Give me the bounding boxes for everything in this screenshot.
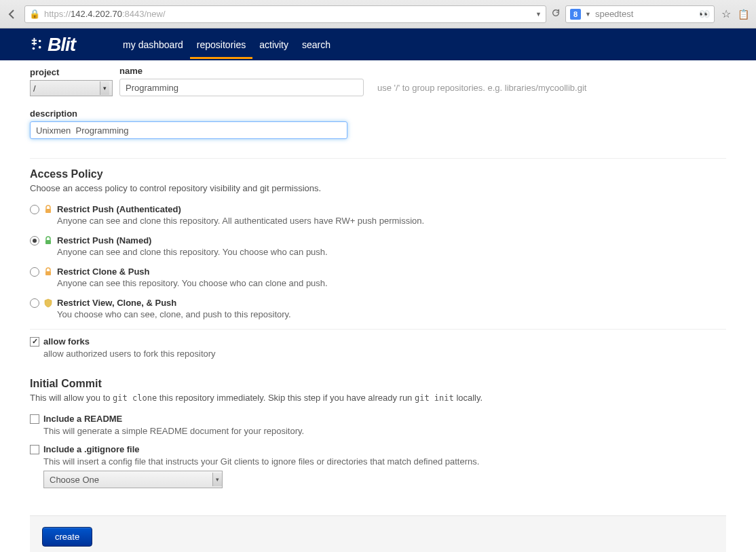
include-gitignore-desc: This will insert a config file that inst…	[43, 456, 726, 467]
access-option-3-label: Restrict View, Clone, & Push	[57, 298, 176, 308]
description-label: description	[30, 109, 347, 119]
url-dropdown-icon[interactable]: ▼	[535, 11, 542, 18]
url-text: https://142.4.202.70:8443/new/	[44, 9, 531, 19]
create-button[interactable]: create	[42, 527, 92, 547]
include-readme-row[interactable]: Include a README	[30, 414, 726, 424]
include-readme-checkbox[interactable]	[30, 414, 39, 424]
access-option-3[interactable]: Restrict View, Clone, & Push	[30, 298, 726, 308]
arrow-left-icon	[7, 9, 18, 20]
initial-commit-title: Initial Commit	[30, 378, 726, 390]
lock-green-icon	[43, 236, 53, 245]
project-select[interactable]: / ▾	[30, 80, 113, 96]
google-icon: 8	[570, 9, 581, 20]
allow-forks-row[interactable]: allow forks	[30, 336, 726, 347]
nav-activity[interactable]: activity	[252, 30, 295, 59]
search-engine-dropdown-icon[interactable]: ▼	[585, 11, 591, 18]
lock-orange-icon	[43, 267, 53, 277]
include-gitignore-row[interactable]: Include a .gitignore file	[30, 444, 726, 454]
svg-point-3	[39, 39, 41, 42]
footer-bar: create	[30, 515, 726, 552]
include-gitignore-label: Include a .gitignore file	[43, 444, 140, 454]
name-label: name	[119, 66, 364, 76]
reload-button[interactable]	[549, 8, 563, 20]
access-policy-subtitle: Choose an access policy to control repos…	[30, 183, 726, 193]
app-navbar: Blit my dashboard repositories activity …	[0, 28, 756, 60]
browser-search-box[interactable]: 8 ▼ speedtest 👀	[565, 5, 715, 23]
project-select-value: /	[33, 83, 36, 94]
brand-text: Blit	[48, 34, 75, 56]
access-option-1-label: Restrict Push (Named)	[57, 235, 151, 245]
lock-orange-icon	[43, 205, 53, 214]
include-readme-label: Include a README	[43, 414, 122, 424]
access-option-0-desc: Anyone can see and clone this repository…	[57, 216, 726, 226]
access-option-0-label: Restrict Push (Authenticated)	[57, 204, 181, 214]
access-option-2[interactable]: Restrict Clone & Push	[30, 267, 726, 277]
allow-forks-label: allow forks	[43, 336, 90, 347]
reload-icon	[551, 8, 561, 18]
svg-rect-8	[45, 271, 51, 275]
svg-rect-7	[45, 240, 51, 244]
name-input[interactable]	[119, 79, 364, 96]
gitignore-select[interactable]: Choose One ▾	[43, 471, 223, 488]
gitignore-select-value: Choose One	[50, 475, 99, 485]
include-readme-desc: This will generate a simple README docum…	[43, 426, 726, 436]
url-bar[interactable]: 🔒 https://142.4.202.70:8443/new/ ▼	[24, 5, 546, 23]
nav-my-dashboard[interactable]: my dashboard	[116, 30, 190, 59]
access-option-2-label: Restrict Clone & Push	[57, 267, 150, 277]
nav-search[interactable]: search	[295, 30, 337, 59]
access-policy-title: Access Policy	[30, 168, 726, 180]
include-gitignore-checkbox[interactable]	[30, 445, 39, 454]
svg-rect-6	[45, 209, 51, 213]
brand-icon	[30, 37, 45, 52]
description-input[interactable]	[30, 121, 347, 139]
chevron-down-icon: ▾	[100, 81, 109, 95]
radio-button[interactable]	[30, 205, 39, 214]
radio-button[interactable]	[30, 236, 39, 245]
access-option-3-desc: You choose who can see, clone, and push …	[57, 309, 726, 319]
access-option-1[interactable]: Restrict Push (Named)	[30, 235, 726, 245]
svg-point-5	[33, 47, 35, 50]
back-button[interactable]	[3, 5, 22, 24]
radio-button[interactable]	[30, 267, 39, 277]
search-placeholder: speedtest	[595, 9, 633, 19]
nav-links: my dashboard repositories activity searc…	[116, 30, 337, 59]
svg-point-4	[39, 45, 41, 48]
access-option-1-desc: Anyone can see and clone this repository…	[57, 247, 726, 257]
allow-forks-checkbox[interactable]	[30, 337, 39, 347]
clipboard-icon[interactable]: 📋	[738, 9, 749, 20]
binoculars-icon: 👀	[699, 9, 710, 19]
name-hint: use '/' to group repositories. e.g. libr…	[377, 83, 586, 96]
allow-forks-desc: allow authorized users to fork this repo…	[43, 349, 726, 359]
access-option-2-desc: Anyone can see this repository. You choo…	[57, 278, 726, 288]
svg-rect-2	[34, 37, 35, 45]
chevron-down-icon: ▾	[212, 473, 222, 486]
bookmark-icon[interactable]: ☆	[721, 7, 731, 20]
radio-button[interactable]	[30, 298, 39, 308]
project-label: project	[30, 67, 113, 77]
access-option-0[interactable]: Restrict Push (Authenticated)	[30, 204, 726, 214]
browser-chrome: 🔒 https://142.4.202.70:8443/new/ ▼ 8 ▼ s…	[0, 0, 756, 28]
brand[interactable]: Blit	[30, 34, 75, 56]
lock-icon: 🔒	[29, 9, 40, 19]
initial-commit-text: This will allow you to git clone this re…	[30, 393, 726, 403]
main-container: project / ▾ name use '/' to group reposi…	[0, 60, 756, 552]
nav-repositories[interactable]: repositories	[190, 30, 252, 59]
shield-icon	[43, 298, 53, 308]
